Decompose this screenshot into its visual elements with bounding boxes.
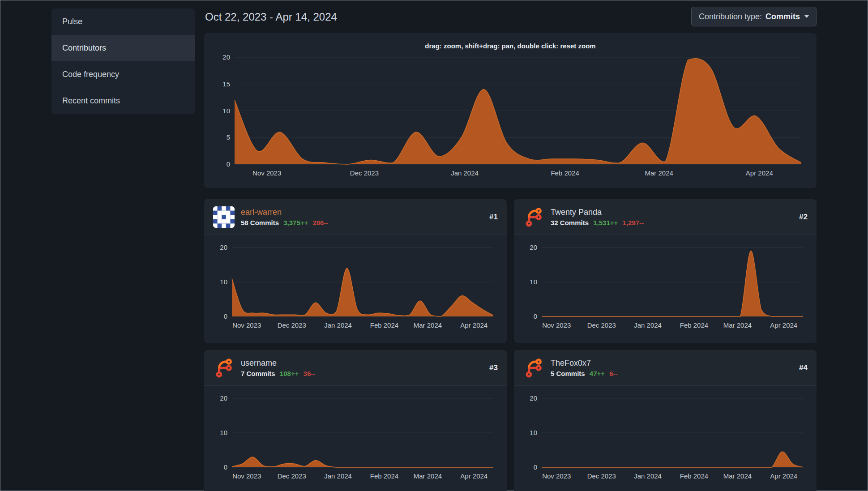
contributor-chart[interactable]: 01020Nov 2023Dec 2023Jan 2024Feb 2024Mar… — [213, 392, 498, 484]
svg-text:0: 0 — [534, 463, 537, 471]
svg-text:Nov 2023: Nov 2023 — [232, 472, 261, 480]
svg-text:20: 20 — [220, 243, 227, 251]
sidebar-item-label: Contributors — [62, 43, 106, 53]
svg-text:0: 0 — [224, 312, 227, 320]
svg-text:Jan 2024: Jan 2024 — [634, 472, 662, 480]
contributor-rank: #2 — [799, 213, 808, 222]
contributor-chart[interactable]: 01020Nov 2023Dec 2023Jan 2024Feb 2024Mar… — [523, 392, 808, 484]
svg-text:Nov 2023: Nov 2023 — [232, 321, 261, 329]
repo-activity-sidebar: Pulse Contributors Code frequency Recent… — [51, 9, 195, 114]
svg-text:10: 10 — [222, 107, 230, 115]
deletions-count: 286-- — [312, 219, 328, 226]
contributor-stats: 5 Commits 47++ 6-- — [551, 370, 618, 377]
svg-text:10: 10 — [220, 429, 227, 436]
svg-text:Apr 2024: Apr 2024 — [460, 472, 487, 480]
svg-text:Mar 2024: Mar 2024 — [723, 472, 752, 480]
date-range-title: Oct 22, 2023 - Apr 14, 2024 — [205, 11, 337, 23]
svg-text:0: 0 — [224, 463, 227, 471]
additions-count: 3,375++ — [283, 219, 308, 226]
svg-text:Apr 2024: Apr 2024 — [746, 169, 773, 177]
sidebar-item-recent-commits[interactable]: Recent commits — [51, 88, 195, 114]
svg-text:Apr 2024: Apr 2024 — [460, 321, 487, 329]
svg-text:Feb 2024: Feb 2024 — [680, 472, 708, 480]
svg-text:Apr 2024: Apr 2024 — [770, 472, 797, 480]
deletions-count: 36-- — [304, 370, 316, 377]
chevron-down-icon — [804, 15, 809, 18]
svg-text:Jan 2024: Jan 2024 — [634, 321, 662, 329]
svg-text:Nov 2023: Nov 2023 — [542, 321, 571, 329]
contributor-commits: 7 Commits — [241, 370, 275, 377]
svg-text:Jan 2024: Jan 2024 — [451, 169, 479, 177]
deletions-count: 6-- — [609, 370, 617, 377]
deletions-count: 1,297-- — [622, 219, 644, 226]
contribution-type-dropdown[interactable]: Contribution type: Commits — [691, 7, 817, 26]
overall-activity-chart[interactable]: 05101520Nov 2023Dec 2023Jan 2024Feb 2024… — [215, 52, 806, 185]
contributor-card-header: username 7 Commits 108++ 36-- #3 — [204, 350, 507, 386]
contributor-chart[interactable]: 01020Nov 2023Dec 2023Jan 2024Feb 2024Mar… — [213, 241, 498, 333]
contributor-name[interactable]: earl-warren — [241, 208, 328, 217]
sidebar-item-label: Pulse — [62, 17, 82, 26]
contributor-card-thefox0x7: TheFox0x7 5 Commits 47++ 6-- #4 01020Nov… — [514, 350, 817, 491]
additions-count: 1,531++ — [593, 219, 618, 226]
contribution-type-value: Commits — [765, 12, 800, 21]
svg-text:Dec 2023: Dec 2023 — [350, 169, 379, 177]
svg-text:10: 10 — [530, 278, 537, 286]
sidebar-item-label: Recent commits — [62, 96, 120, 106]
overall-activity-card: drag: zoom, shift+drag: pan, double clic… — [204, 33, 817, 188]
svg-text:20: 20 — [220, 394, 227, 402]
svg-text:20: 20 — [222, 53, 230, 61]
svg-text:10: 10 — [220, 278, 227, 286]
contributor-identity: Twenty Panda 32 Commits 1,531++ 1,297-- — [551, 208, 644, 226]
svg-text:20: 20 — [530, 243, 537, 251]
svg-text:Jan 2024: Jan 2024 — [324, 321, 352, 329]
contributor-stats: 7 Commits 108++ 36-- — [241, 370, 315, 377]
svg-text:Mar 2024: Mar 2024 — [645, 169, 673, 177]
contributor-identity: username 7 Commits 108++ 36-- — [241, 359, 315, 377]
svg-text:5: 5 — [227, 133, 230, 141]
contributor-card-twenty-panda: Twenty Panda 32 Commits 1,531++ 1,297-- … — [514, 199, 817, 343]
sidebar-item-label: Code frequency — [62, 70, 119, 79]
svg-text:Dec 2023: Dec 2023 — [587, 321, 616, 329]
svg-text:0: 0 — [227, 160, 230, 168]
svg-text:Mar 2024: Mar 2024 — [414, 321, 442, 329]
svg-text:Dec 2023: Dec 2023 — [587, 472, 616, 480]
contributor-stats: 58 Commits 3,375++ 286-- — [241, 219, 328, 226]
sidebar-item-contributors[interactable]: Contributors — [51, 35, 195, 61]
contributor-commits: 58 Commits — [241, 219, 279, 226]
sidebar-item-pulse[interactable]: Pulse — [51, 9, 195, 35]
contributor-rank: #3 — [489, 363, 498, 372]
contributor-chart[interactable]: 01020Nov 2023Dec 2023Jan 2024Feb 2024Mar… — [523, 241, 808, 333]
forgejo-logo-icon — [523, 206, 544, 228]
contributor-name: username — [241, 359, 315, 368]
svg-text:Dec 2023: Dec 2023 — [278, 321, 306, 329]
svg-text:Feb 2024: Feb 2024 — [680, 321, 708, 329]
chart-zoom-hint: drag: zoom, shift+drag: pan, double clic… — [204, 33, 817, 50]
contributor-name: Twenty Panda — [551, 208, 644, 217]
svg-text:Jan 2024: Jan 2024 — [324, 472, 352, 480]
svg-text:Feb 2024: Feb 2024 — [551, 169, 579, 177]
svg-text:Feb 2024: Feb 2024 — [370, 321, 398, 329]
svg-text:Nov 2023: Nov 2023 — [542, 472, 571, 480]
contributor-card-earl-warren: earl-warren 58 Commits 3,375++ 286-- #1 … — [204, 199, 507, 343]
contributor-cards-grid: earl-warren 58 Commits 3,375++ 286-- #1 … — [204, 199, 817, 491]
contributor-card-header: TheFox0x7 5 Commits 47++ 6-- #4 — [514, 350, 817, 386]
svg-text:Mar 2024: Mar 2024 — [723, 321, 752, 329]
contributor-stats: 32 Commits 1,531++ 1,297-- — [551, 219, 644, 226]
svg-text:Dec 2023: Dec 2023 — [278, 472, 306, 480]
svg-text:20: 20 — [530, 394, 537, 402]
contributor-card-header: Twenty Panda 32 Commits 1,531++ 1,297-- … — [514, 199, 817, 235]
sidebar-item-code-frequency[interactable]: Code frequency — [51, 61, 195, 88]
contributor-commits: 5 Commits — [551, 370, 585, 377]
contributor-card-username: username 7 Commits 108++ 36-- #3 01020No… — [204, 350, 507, 491]
contribution-type-label: Contribution type: — [699, 12, 762, 21]
contributor-rank: #4 — [799, 363, 808, 372]
contributor-rank: #1 — [489, 213, 498, 222]
contributor-identity: earl-warren 58 Commits 3,375++ 286-- — [241, 208, 328, 226]
additions-count: 47++ — [590, 370, 605, 377]
svg-text:15: 15 — [222, 80, 230, 88]
identicon-avatar — [213, 206, 235, 228]
svg-text:Mar 2024: Mar 2024 — [414, 472, 442, 480]
forgejo-logo-icon — [213, 357, 235, 379]
svg-text:Apr 2024: Apr 2024 — [770, 321, 797, 329]
forgejo-logo-icon — [523, 357, 544, 379]
